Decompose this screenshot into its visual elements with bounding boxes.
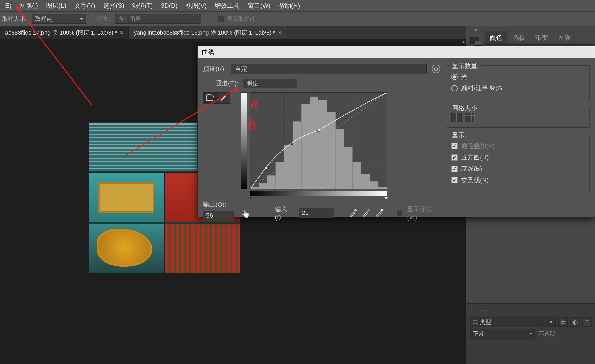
- sample-size-select[interactable]: 取样点: [32, 14, 86, 24]
- chevron-down-icon: [550, 321, 552, 323]
- svg-rect-15: [361, 174, 370, 189]
- amount-light-label: 光: [461, 73, 467, 81]
- layer-filter-label: 类型: [480, 318, 491, 326]
- preset-value: 自定: [235, 65, 247, 73]
- channel-overlay-checkbox: ✓: [451, 143, 458, 149]
- menu-edit[interactable]: E): [1, 2, 15, 9]
- annotation-a: a: [251, 95, 258, 111]
- sample-size-value: 取样点: [35, 15, 52, 23]
- sample-label: 样本:: [97, 15, 110, 23]
- sample-layer-value: 所有图层: [118, 15, 141, 23]
- menu-image[interactable]: 图像(I): [15, 1, 42, 10]
- tab-document-1[interactable]: ao888files-17.png @ 100% (图层 1, Lab/8) *…: [0, 26, 129, 39]
- show-title: 显示:: [450, 131, 469, 139]
- color-panel-tabs: 颜色 色板 渐变 图案: [485, 32, 595, 45]
- tab-document-2[interactable]: yanglintaobao888files-16.png @ 100% (图层 …: [129, 26, 287, 39]
- close-icon[interactable]: ×: [278, 29, 281, 36]
- svg-rect-16: [370, 181, 378, 189]
- curves-graph[interactable]: [250, 92, 387, 189]
- tab-color[interactable]: 颜色: [485, 31, 507, 44]
- show-group: 显示: ✓ 通道叠加(V) ✓ 直方图(H) ✓ 基线(B) ✓ 交叉线(N): [447, 135, 590, 193]
- svg-rect-3: [259, 183, 267, 189]
- channel-label: 通道(C):: [215, 79, 239, 88]
- sample-size-label: 取样大小:: [2, 15, 27, 23]
- pencil-icon: [221, 95, 226, 101]
- grid-9-button[interactable]: [465, 112, 475, 122]
- tab-label: ao888files-17.png @ 100% (图层 1, Lab/8) *: [5, 29, 117, 37]
- menu-type[interactable]: 文字(Y): [70, 1, 99, 10]
- amount-pigment-label: 颜料/油墨 %(G: [461, 84, 502, 93]
- preset-select[interactable]: 自定: [231, 64, 427, 74]
- svg-point-23: [354, 209, 357, 211]
- menu-bar: E) 图像(I) 图层(L) 文字(Y) 选择(S) 滤镜(T) 3D(D) 视…: [0, 0, 595, 11]
- intersection-label: 交叉线(N): [461, 176, 489, 185]
- gear-icon[interactable]: [432, 65, 440, 73]
- grid-4-button[interactable]: [451, 112, 462, 122]
- show-clipping-label: 显示修剪(W): [407, 205, 440, 221]
- curve-point-tool[interactable]: [203, 92, 217, 104]
- show-clipping-checkbox[interactable]: [397, 210, 403, 216]
- menu-help[interactable]: 帮助(H): [275, 1, 304, 10]
- input-label: 输入(I):: [275, 205, 294, 221]
- histogram-checkbox[interactable]: ✓: [451, 154, 458, 161]
- gray-point-eyedropper[interactable]: [362, 208, 371, 217]
- on-image-adjust-icon[interactable]: [241, 209, 250, 216]
- tab-swatches[interactable]: 色板: [507, 31, 530, 44]
- menu-3d[interactable]: 3D(D): [157, 2, 182, 9]
- output-field[interactable]: 56: [203, 211, 234, 221]
- show-sample-ring-label: 显示取样环: [227, 15, 255, 23]
- svg-rect-9: [310, 97, 318, 189]
- svg-rect-8: [301, 104, 310, 189]
- close-icon[interactable]: ×: [120, 29, 124, 36]
- panel2-tab-b[interactable]: ⋯: [481, 307, 487, 313]
- svg-rect-12: [336, 129, 344, 189]
- blend-mode-select[interactable]: 正常: [470, 329, 536, 339]
- menu-view[interactable]: 视图(V): [182, 1, 211, 10]
- eyedroppers: [348, 208, 384, 217]
- scroll-up-icon[interactable]: [461, 40, 466, 44]
- amount-pigment-radio[interactable]: [451, 85, 458, 91]
- blend-mode-value: 正常: [473, 330, 484, 338]
- channel-select[interactable]: 明度: [243, 79, 297, 88]
- opacity-label: 不透明: [538, 330, 556, 338]
- baseline-checkbox[interactable]: ✓: [451, 166, 458, 172]
- sample-layer-select[interactable]: 所有图层: [115, 14, 201, 24]
- annotation-b: b: [248, 115, 256, 133]
- show-sample-ring-checkbox[interactable]: [218, 16, 224, 22]
- amount-light-radio[interactable]: [451, 74, 458, 80]
- menu-filter[interactable]: 滤镜(T): [128, 1, 157, 10]
- menu-layer[interactable]: 图层(L): [42, 1, 70, 10]
- filter-pixel-icon[interactable]: ▭: [558, 317, 568, 327]
- channel-overlay-label: 通道叠加(V): [461, 142, 495, 150]
- preset-label: 预设(R):: [203, 65, 226, 73]
- svg-rect-17: [378, 187, 387, 189]
- curve-draw-tool[interactable]: [217, 92, 230, 104]
- menu-plugins[interactable]: 增效工具: [211, 1, 244, 10]
- white-point-eyedropper[interactable]: [375, 208, 384, 217]
- svg-rect-6: [284, 145, 293, 189]
- histogram-bars: [250, 97, 387, 189]
- svg-point-24: [368, 209, 370, 211]
- separator: [92, 13, 92, 25]
- black-point-eyedropper[interactable]: [348, 208, 358, 217]
- layer-type-filter[interactable]: 类型: [470, 317, 556, 327]
- input-gradient[interactable]: [250, 191, 387, 196]
- svg-rect-14: [353, 162, 361, 189]
- display-amount-title: 显示数量:: [450, 62, 481, 70]
- svg-rect-4: [267, 175, 276, 189]
- svg-rect-11: [327, 112, 336, 189]
- filter-adjust-icon[interactable]: ◐: [570, 317, 580, 327]
- filter-type-icon[interactable]: T: [582, 317, 592, 327]
- svg-rect-13: [344, 147, 353, 189]
- search-icon: [473, 320, 477, 324]
- tab-pattern[interactable]: 图案: [553, 31, 576, 44]
- panel2-tab-a[interactable]: ⋯: [470, 307, 476, 313]
- intersection-checkbox[interactable]: ✓: [451, 177, 458, 183]
- input-field[interactable]: 29: [299, 208, 334, 218]
- dialog-title[interactable]: 曲线: [198, 46, 595, 58]
- menu-window[interactable]: 窗口(W): [244, 1, 274, 10]
- tab-gradient[interactable]: 渐变: [530, 31, 553, 44]
- svg-point-25: [381, 209, 383, 211]
- menu-select[interactable]: 选择(S): [99, 1, 128, 10]
- baseline-label: 基线(B): [461, 165, 482, 173]
